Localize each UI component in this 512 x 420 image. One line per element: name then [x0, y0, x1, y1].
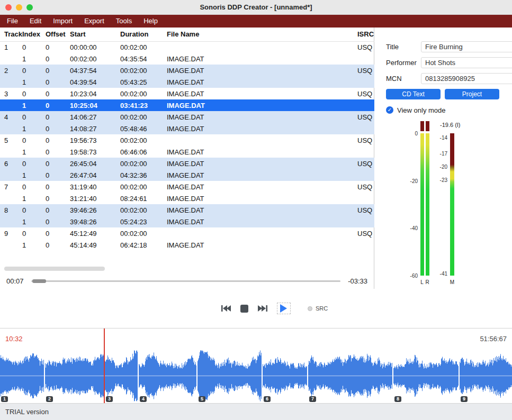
table-row[interactable]: 1004:39:5405:43:25IMAGE.DAT — [0, 76, 374, 88]
close-button[interactable] — [5, 4, 12, 11]
menu-help[interactable]: Help — [138, 15, 164, 28]
table-row[interactable]: 1019:58:7306:46:06IMAGE.DAT — [0, 146, 374, 158]
horizontal-scrollbar[interactable] — [0, 267, 374, 271]
mcn-field[interactable] — [421, 73, 512, 84]
cell-track: 7 — [0, 181, 22, 193]
meter-scale-label: -23 — [426, 177, 447, 183]
table-row[interactable]: 30010:23:0400:02:00IMAGE.DATUSQ — [0, 88, 374, 99]
waveform-track-2[interactable]: 2 — [45, 349, 104, 403]
cell-isrc: USQ — [357, 227, 374, 239]
track-number-badge: 2 — [46, 396, 53, 402]
cell-track — [0, 216, 22, 227]
waveform-track-5[interactable]: 5 — [197, 349, 262, 403]
column-header-start[interactable]: Start — [70, 28, 120, 41]
total-length: 51:56:67 — [480, 335, 507, 343]
menu-edit[interactable]: Edit — [24, 15, 47, 28]
table-row[interactable]: 80039:46:2600:02:00IMAGE.DATUSQ — [0, 204, 374, 216]
cell-offset: 0 — [46, 111, 70, 123]
table-row[interactable]: 1026:47:0404:32:36IMAGE.DAT — [0, 169, 374, 181]
column-header-track[interactable]: Track — [0, 28, 22, 41]
next-track-button[interactable] — [258, 305, 267, 312]
table-row[interactable]: 40014:06:2700:02:00IMAGE.DATUSQ — [0, 111, 374, 123]
menu-export[interactable]: Export — [78, 15, 110, 28]
cd-text-button[interactable]: CD Text — [386, 89, 441, 99]
cell-track — [0, 99, 22, 111]
table-row[interactable]: 1000:02:0004:35:54IMAGE.DAT — [0, 53, 374, 65]
waveform-track-3[interactable]: 3 — [105, 349, 138, 403]
table-row[interactable]: 60026:45:0400:02:00IMAGE.DATUSQ — [0, 158, 374, 169]
cell-duration: 00:02:00 — [120, 181, 167, 193]
cell-file: IMAGE.DAT — [167, 65, 357, 76]
src-indicator-light[interactable] — [308, 306, 312, 311]
table-row[interactable]: 10000:00:0000:02:00USQ — [0, 41, 374, 53]
cell-file: IMAGE.DAT — [167, 146, 357, 158]
cell-offset: 0 — [46, 88, 70, 99]
cell-duration: 00:02:00 — [120, 41, 167, 53]
skip-forward-icon — [258, 305, 267, 312]
cell-duration: 03:41:23 — [120, 99, 167, 111]
table-row[interactable]: 70031:19:4000:02:00IMAGE.DATUSQ — [0, 181, 374, 193]
cell-index: 1 — [22, 146, 46, 158]
project-button[interactable]: Project — [445, 89, 499, 99]
cell-track: 2 — [0, 65, 22, 76]
waveform-track-6[interactable]: 6 — [263, 349, 307, 403]
seek-slider[interactable] — [31, 280, 341, 282]
previous-track-button[interactable] — [221, 305, 231, 312]
column-header-file-name[interactable]: File Name — [167, 28, 357, 41]
cell-index: 0 — [22, 134, 46, 146]
menu-tools[interactable]: Tools — [110, 15, 138, 28]
cell-start: 26:47:04 — [70, 169, 120, 181]
menu-import[interactable]: Import — [47, 15, 78, 28]
waveform-track-1[interactable]: 1 — [0, 349, 44, 403]
column-header-index[interactable]: Index — [22, 28, 46, 41]
table-row[interactable]: 1031:21:4008:24:61IMAGE.DAT — [0, 193, 374, 204]
scrollbar-thumb[interactable] — [4, 267, 105, 271]
menu-file[interactable]: File — [1, 15, 24, 28]
table-row[interactable]: 1045:14:4906:42:18IMAGE.DAT — [0, 239, 374, 251]
waveform-track-7[interactable]: 7 — [308, 349, 392, 403]
cell-file — [167, 134, 357, 146]
waveform-track-4[interactable]: 4 — [139, 349, 196, 403]
table-row[interactable]: 50019:56:7300:02:00USQ — [0, 134, 374, 146]
cell-isrc — [357, 53, 374, 65]
main-area: TrackIndexOffsetStartDurationFile NameIS… — [0, 28, 512, 289]
track-list-pane: TrackIndexOffsetStartDurationFile NameIS… — [0, 28, 374, 289]
table-row[interactable]: 1039:48:2605:24:23IMAGE.DAT — [0, 216, 374, 227]
cell-isrc — [357, 123, 374, 134]
cell-track: 5 — [0, 134, 22, 146]
performer-field[interactable] — [421, 57, 512, 68]
title-field[interactable] — [421, 41, 512, 52]
cell-start: 10:23:04 — [70, 88, 120, 99]
playhead[interactable] — [104, 328, 105, 403]
cell-start: 45:12:49 — [70, 227, 120, 239]
table-row[interactable]: 20004:37:5400:02:00IMAGE.DATUSQ — [0, 65, 374, 76]
cell-start: 31:21:40 — [70, 193, 120, 204]
column-header-duration[interactable]: Duration — [120, 28, 167, 41]
table-row[interactable]: 90045:12:4900:02:00USQ — [0, 227, 374, 239]
table-row[interactable]: 1014:08:2705:48:46IMAGE.DAT — [0, 123, 374, 134]
cell-offset: 0 — [46, 99, 70, 111]
waveform-overview[interactable]: 123456789 — [0, 349, 512, 403]
table-row[interactable]: 1010:25:0403:41:23IMAGE.DAT — [0, 99, 374, 111]
stop-button[interactable] — [240, 305, 248, 313]
maximize-button[interactable] — [26, 4, 33, 11]
cell-file: IMAGE.DAT — [167, 239, 357, 251]
waveform-track-8[interactable]: 8 — [393, 349, 459, 403]
meter-scale-label: -60 — [396, 273, 418, 279]
column-header-isrc[interactable]: ISRC — [357, 28, 374, 41]
cell-track: 3 — [0, 88, 22, 99]
minimize-button[interactable] — [16, 4, 22, 11]
column-header-offset[interactable]: Offset — [46, 28, 70, 41]
track-number-badge: 6 — [264, 396, 271, 402]
cell-isrc — [357, 239, 374, 251]
play-button[interactable] — [277, 303, 291, 314]
titlebar: Sonoris DDP Creator - [unnamed*] — [0, 0, 512, 15]
cell-start: 04:37:54 — [70, 65, 120, 76]
seek-slider-thumb[interactable] — [32, 279, 46, 283]
track-number-badge: 8 — [394, 396, 401, 402]
cell-index: 1 — [22, 239, 46, 251]
waveform-track-9[interactable]: 9 — [460, 349, 512, 403]
cell-offset: 0 — [46, 53, 70, 65]
title-label: Title — [386, 43, 421, 51]
view-only-mode-checkbox[interactable]: ✓ View only mode — [386, 106, 499, 114]
